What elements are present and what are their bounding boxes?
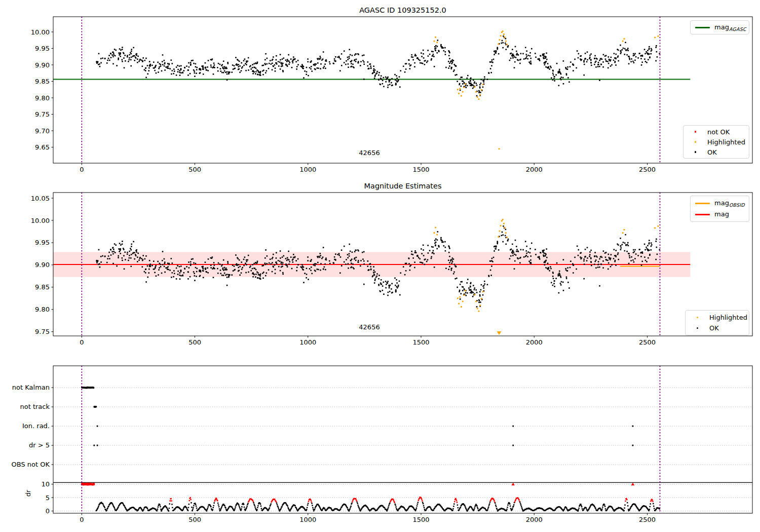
legend-plot2-points: Highlighted OK xyxy=(685,310,749,335)
svg-text:1500: 1500 xyxy=(412,338,429,346)
svg-text:9.80: 9.80 xyxy=(35,94,50,102)
svg-text:0: 0 xyxy=(46,507,50,515)
chart-canvas: 0500100015002000250010.009.959.909.859.8… xyxy=(0,0,760,532)
legend-entry-highlighted: Highlighted xyxy=(688,137,744,147)
legend-entry-ok: OK xyxy=(690,323,744,333)
dot-swatch-icon xyxy=(688,141,703,143)
svg-text:10.00: 10.00 xyxy=(31,28,50,36)
obsid-annotation-plot1: 42656 xyxy=(354,149,385,157)
legend-plot1-points: not OK Highlighted OK xyxy=(683,125,749,159)
svg-text:9.95: 9.95 xyxy=(35,45,50,52)
svg-text:1000: 1000 xyxy=(299,516,316,523)
legend-label: magOBSID xyxy=(714,199,745,208)
svg-text:2500: 2500 xyxy=(639,338,656,346)
legend-entry-mag: mag xyxy=(695,209,744,219)
svg-text:500: 500 xyxy=(188,166,201,173)
svg-text:10.05: 10.05 xyxy=(31,195,50,202)
svg-text:9.80: 9.80 xyxy=(35,306,50,313)
svg-text:10.00: 10.00 xyxy=(31,217,50,224)
svg-text:1000: 1000 xyxy=(299,338,316,346)
dr-axis-label: dr xyxy=(24,486,32,501)
row-label-obs-not-ok: OBS not OK xyxy=(0,460,50,469)
dot-swatch-icon xyxy=(690,327,705,329)
dot-swatch-icon xyxy=(690,317,705,319)
legend-label: Highlighted xyxy=(707,138,745,146)
plot1-title: AGASC ID 109325152.0 xyxy=(225,6,580,14)
svg-text:9.95: 9.95 xyxy=(35,239,50,246)
row-label-ion-rad: Ion. rad. xyxy=(0,422,50,431)
svg-text:2500: 2500 xyxy=(639,166,656,173)
legend-label: OK xyxy=(709,324,719,332)
svg-text:1000: 1000 xyxy=(299,166,316,173)
legend-entry-mag-agasc: magAGASC xyxy=(695,22,744,32)
row-label-not-track: not track xyxy=(0,402,50,411)
svg-text:9.75: 9.75 xyxy=(35,328,50,335)
legend-label: mag xyxy=(714,210,729,219)
row-label-dr-gt-5: dr > 5 xyxy=(0,441,50,450)
svg-text:1500: 1500 xyxy=(412,516,429,523)
svg-text:2000: 2000 xyxy=(526,516,543,523)
svg-text:2500: 2500 xyxy=(639,516,656,523)
svg-text:2000: 2000 xyxy=(526,338,543,346)
svg-text:9.90: 9.90 xyxy=(35,261,50,269)
svg-text:10: 10 xyxy=(41,480,50,488)
svg-text:500: 500 xyxy=(188,516,201,523)
legend-plot1-line: magAGASC xyxy=(690,20,749,34)
legend-label: magAGASC xyxy=(714,23,746,32)
svg-text:500: 500 xyxy=(188,338,201,346)
svg-text:0: 0 xyxy=(80,516,84,523)
legend-label: OK xyxy=(707,148,717,156)
svg-text:9.85: 9.85 xyxy=(35,78,50,85)
svg-text:9.65: 9.65 xyxy=(35,143,50,151)
svg-text:0: 0 xyxy=(80,338,84,346)
legend-entry-ok: OK xyxy=(688,147,744,157)
svg-text:9.70: 9.70 xyxy=(35,127,50,135)
dot-swatch-icon xyxy=(688,151,703,153)
line-swatch-icon xyxy=(695,27,710,28)
obsid-annotation-plot2: 42656 xyxy=(354,323,385,331)
svg-text:0: 0 xyxy=(80,166,84,173)
svg-text:9.85: 9.85 xyxy=(35,283,50,291)
svg-text:9.90: 9.90 xyxy=(35,61,50,69)
legend-plot2-lines: magOBSID mag xyxy=(690,196,749,222)
figure: 0500100015002000250010.009.959.909.859.8… xyxy=(0,0,760,532)
legend-entry-not-ok: not OK xyxy=(688,127,744,137)
plot2-title: Magnitude Estimates xyxy=(225,182,580,190)
svg-text:9.75: 9.75 xyxy=(35,110,50,118)
legend-label: not OK xyxy=(707,128,730,136)
dot-swatch-icon xyxy=(688,131,703,133)
legend-entry-highlighted: Highlighted xyxy=(690,312,744,322)
line-swatch-icon xyxy=(695,203,710,204)
svg-text:5: 5 xyxy=(46,494,50,502)
row-label-not-kalman: not Kalman xyxy=(0,383,50,392)
svg-text:2000: 2000 xyxy=(526,166,543,173)
svg-text:1500: 1500 xyxy=(412,166,429,173)
legend-entry-mag-obsid: magOBSID xyxy=(695,198,744,208)
line-swatch-icon xyxy=(695,214,710,215)
legend-label: Highlighted xyxy=(709,314,747,321)
